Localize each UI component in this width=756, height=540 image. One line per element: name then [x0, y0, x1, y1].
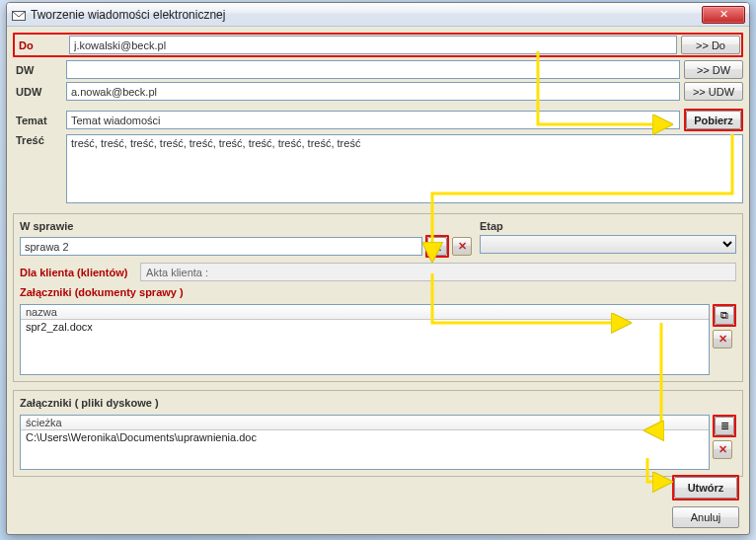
subject-label: Temat	[13, 115, 62, 126]
disk-att-item[interactable]: C:\Users\Weronika\Documents\uprawnienia.…	[21, 430, 709, 444]
cc-label: DW	[13, 64, 62, 76]
case-section-label: W sprawie	[20, 220, 472, 232]
window-title: Tworzenie wiadomości elektronicznej	[31, 8, 702, 22]
disk-attachments-label: Załączniki ( pliki dyskowe )	[20, 397, 736, 409]
window-close-button[interactable]: ✕	[702, 6, 745, 24]
disk-attachments-list[interactable]: ścieżka C:\Users\Weronika\Documents\upra…	[20, 415, 710, 470]
to-picker-button[interactable]: >> Do	[681, 36, 740, 54]
delete-icon: ✕	[718, 443, 727, 456]
disk-att-header: ścieżka	[21, 416, 709, 430]
dialog-content: Do >> Do DW >> DW	[7, 27, 749, 534]
recipients-block: Do >> Do DW >> DW	[13, 33, 743, 101]
app-icon	[11, 8, 27, 22]
case-att-remove-button[interactable]: ✕	[713, 330, 732, 348]
stage-dropdown[interactable]	[480, 235, 736, 254]
to-input[interactable]	[69, 36, 677, 54]
case-att-item[interactable]: spr2_zal.docx	[21, 320, 709, 334]
case-input[interactable]	[20, 237, 422, 256]
stack-icon: ≣	[720, 420, 729, 432]
cc-input[interactable]	[66, 60, 680, 79]
delete-icon: ✕	[458, 240, 467, 253]
bcc-picker-button[interactable]: >> UDW	[684, 82, 743, 101]
bcc-input[interactable]	[66, 82, 680, 101]
case-attachments-label: Załączniki (dokumenty sprawy )	[20, 286, 736, 298]
delete-icon: ✕	[718, 333, 727, 346]
client-readonly-field	[140, 263, 736, 281]
cancel-button[interactable]: Anuluj	[672, 506, 739, 528]
dialog-window: Tworzenie wiadomości elektronicznej ✕ Do…	[6, 2, 750, 535]
create-button[interactable]: Utwórz	[674, 477, 737, 499]
disk-att-remove-button[interactable]: ✕	[713, 440, 732, 459]
disk-att-add-button[interactable]: ≣	[715, 417, 734, 435]
close-icon: ✕	[719, 8, 728, 21]
disk-panel: Załączniki ( pliki dyskowe ) ścieżka C:\…	[13, 390, 743, 477]
case-clear-button[interactable]: ✕	[452, 237, 472, 256]
fetch-button[interactable]: Pobierz	[686, 111, 741, 129]
titlebar: Tworzenie wiadomości elektronicznej ✕	[7, 3, 749, 27]
case-browse-button[interactable]: ...	[427, 237, 447, 256]
body-textarea[interactable]	[66, 134, 743, 203]
case-attachments-list[interactable]: nazwa spr2_zal.docx	[20, 304, 710, 375]
to-row-highlight: Do >> Do	[13, 33, 743, 57]
stage-label: Etap	[480, 220, 736, 232]
cc-picker-button[interactable]: >> DW	[684, 60, 743, 79]
for-client-label: Dla klienta (klientów)	[20, 267, 134, 278]
case-panel: W sprawie ... ✕ Etap	[13, 213, 743, 382]
case-att-header: nazwa	[21, 305, 709, 320]
subject-input[interactable]	[66, 111, 680, 129]
body-label: Treść	[13, 134, 62, 203]
case-att-add-button[interactable]: ⧉	[715, 306, 734, 325]
bcc-label: UDW	[13, 86, 62, 98]
to-label: Do	[16, 39, 65, 51]
copy-icon: ⧉	[720, 309, 728, 322]
